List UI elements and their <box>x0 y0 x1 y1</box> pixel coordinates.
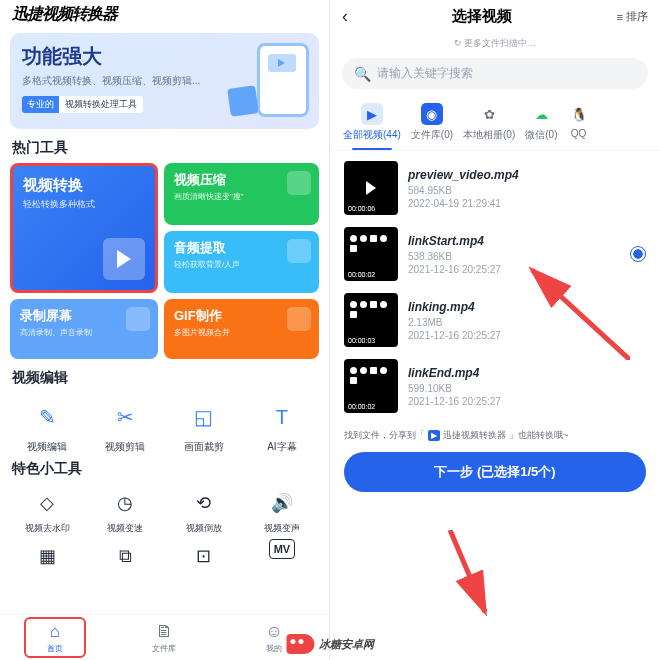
video-compress-card[interactable]: 视频压缩 画质清晰快速变"瘦" <box>164 163 319 225</box>
search-icon: 🔍 <box>354 66 371 82</box>
play-icon <box>103 238 145 280</box>
audio-icon <box>287 239 311 263</box>
user-icon: ☺ <box>265 622 282 642</box>
video-icon: ▶ <box>361 103 383 125</box>
video-name: linkEnd.mp4 <box>408 366 646 380</box>
util-item[interactable]: ⧉ <box>88 537 162 577</box>
video-clip-item[interactable]: ✂视频剪辑 <box>88 393 162 458</box>
gif-make-card[interactable]: GIF制作 多图片视频合并 <box>164 299 319 359</box>
watermark-brand: 冰糖安卓网 <box>287 634 374 654</box>
video-size: 2.13MB <box>408 317 646 328</box>
tab-album[interactable]: ✿本地相册(0) <box>458 97 520 150</box>
scissors-icon: ✂ <box>105 397 145 437</box>
video-name: linkStart.mp4 <box>408 234 620 248</box>
video-edit-item[interactable]: ✎视频编辑 <box>10 393 84 458</box>
tab-wechat[interactable]: ☁微信(0) <box>520 97 562 150</box>
audio-extract-card[interactable]: 音频提取 轻松获取背景/人声 <box>164 231 319 293</box>
screen-record-card[interactable]: 录制屏幕 高清录制、声音录制 <box>10 299 158 359</box>
video-date: 2022-04-19 21:29:41 <box>408 198 646 209</box>
tab-library[interactable]: ◉文件库(0) <box>406 97 458 150</box>
hot-tools-title: 热门工具 <box>0 137 329 163</box>
file-icon: 🗎 <box>156 622 173 642</box>
util-item[interactable]: ▦ <box>10 537 84 577</box>
special-tools-title: 特色小工具 <box>0 458 329 484</box>
ai-subtitle-item[interactable]: TAI字幕 <box>245 393 319 458</box>
reverse-item[interactable]: ⟲视频倒放 <box>167 484 241 537</box>
radio-selected[interactable] <box>630 246 646 262</box>
source-tabs: ▶全部视频(44) ◉文件库(0) ✿本地相册(0) ☁微信(0) 🐧QQ <box>330 97 660 151</box>
video-size: 584.95KB <box>408 185 646 196</box>
annotation-arrow <box>440 530 500 620</box>
select-video-screen: ‹ 选择视频 ≡ 排序 更多文件扫描中… 🔍 请输入关键字搜索 ▶全部视频(44… <box>330 0 660 660</box>
qq-icon: 🐧 <box>568 103 590 125</box>
video-date: 2021-12-16 20:25:27 <box>408 264 620 275</box>
video-thumbnail: 00:00:02 <box>344 227 398 281</box>
search-input[interactable]: 🔍 请输入关键字搜索 <box>342 58 648 89</box>
video-convert-card[interactable]: 视频转换 轻松转换多种格式 <box>10 163 158 293</box>
crop-item[interactable]: ◱画面裁剪 <box>167 393 241 458</box>
video-item[interactable]: 00:00:06 preview_video.mp4584.95KB2022-0… <box>330 155 660 221</box>
speed-change-item[interactable]: ◷视频变速 <box>88 484 162 537</box>
app-badge-icon: ▶ <box>428 430 440 441</box>
next-button[interactable]: 下一步 (已选择1/5个) <box>344 452 646 492</box>
record-icon <box>126 307 150 331</box>
video-list: 00:00:06 preview_video.mp4584.95KB2022-0… <box>330 151 660 423</box>
feature-banner[interactable]: 功能强大 多格式视频转换、视频压缩、视频剪辑... 专业的 视频转换处理工具 <box>10 33 319 129</box>
video-item[interactable]: 00:00:03 linking.mp42.13MB2021-12-16 20:… <box>330 287 660 353</box>
brand-logo-icon <box>287 634 315 654</box>
folder-icon: ◉ <box>421 103 443 125</box>
flower-icon: ✿ <box>478 103 500 125</box>
util-grid-2: ▦ ⧉ ⊡ MV <box>0 537 329 577</box>
sort-button[interactable]: ≡ 排序 <box>617 9 648 24</box>
svg-line-1 <box>450 530 485 612</box>
video-edit-title: 视频编辑 <box>0 367 329 393</box>
wechat-icon: ☁ <box>530 103 552 125</box>
video-name: preview_video.mp4 <box>408 168 646 182</box>
video-item[interactable]: 00:00:02 linkEnd.mp4599.10KB2021-12-16 2… <box>330 353 660 419</box>
nav-library[interactable]: 🗎文件库 <box>110 615 220 660</box>
video-thumbnail: 00:00:03 <box>344 293 398 347</box>
video-date: 2021-12-16 20:25:27 <box>408 396 646 407</box>
video-thumbnail: 00:00:02 <box>344 359 398 413</box>
sound-icon: 🔊 <box>265 486 299 520</box>
banner-illustration <box>235 43 309 117</box>
voice-change-item[interactable]: 🔊视频变声 <box>245 484 319 537</box>
util-item[interactable]: MV <box>245 537 319 577</box>
video-thumbnail: 00:00:06 <box>344 161 398 215</box>
scan-status: 更多文件扫描中… <box>330 33 660 58</box>
banner-tag: 专业的 视频转换处理工具 <box>22 96 143 113</box>
reverse-icon: ⟲ <box>187 486 221 520</box>
crop-icon: ◱ <box>184 397 224 437</box>
tab-all-videos[interactable]: ▶全部视频(44) <box>338 97 406 150</box>
diamond-icon: ◇ <box>30 486 64 520</box>
bottom-nav: ⌂首页 🗎文件库 ☺我的 <box>0 614 329 660</box>
util-item[interactable]: ⊡ <box>167 537 241 577</box>
video-item[interactable]: 00:00:02 linkStart.mp4538.36KB2021-12-16… <box>330 221 660 287</box>
edit-icon: ✎ <box>27 397 67 437</box>
home-screen: 迅捷视频转换器 功能强大 多格式视频转换、视频压缩、视频剪辑... 专业的 视频… <box>0 0 330 660</box>
header: ‹ 选择视频 ≡ 排序 <box>330 0 660 33</box>
page-title: 选择视频 <box>452 7 512 26</box>
text-icon: T <box>262 397 302 437</box>
app-title: 迅捷视频转换器 <box>0 0 329 29</box>
video-size: 599.10KB <box>408 383 646 394</box>
tab-qq[interactable]: 🐧QQ <box>563 97 595 150</box>
edit-grid: ✎视频编辑 ✂视频剪辑 ◱画面裁剪 TAI字幕 <box>0 393 329 458</box>
compress-icon <box>287 171 311 195</box>
back-button[interactable]: ‹ <box>342 6 348 27</box>
gif-icon <box>287 307 311 331</box>
share-tip: 找到文件，分享到「 ▶ 迅捷视频转换器 」也能转换哦~ <box>330 423 660 448</box>
util-grid: ◇视频去水印 ◷视频变速 ⟲视频倒放 🔊视频变声 <box>0 484 329 537</box>
nav-home[interactable]: ⌂首页 <box>24 617 86 658</box>
home-icon: ⌂ <box>50 622 60 642</box>
remove-watermark-item[interactable]: ◇视频去水印 <box>10 484 84 537</box>
video-name: linking.mp4 <box>408 300 646 314</box>
video-size: 538.36KB <box>408 251 620 262</box>
video-date: 2021-12-16 20:25:27 <box>408 330 646 341</box>
clock-icon: ◷ <box>108 486 142 520</box>
search-placeholder: 请输入关键字搜索 <box>377 65 473 82</box>
